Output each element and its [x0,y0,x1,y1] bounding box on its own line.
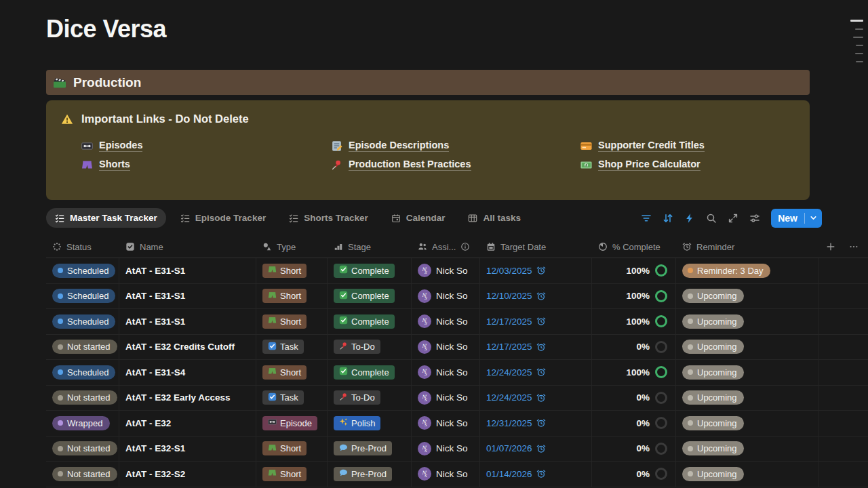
view-settings-button[interactable] [746,209,764,227]
chevron-down-icon[interactable] [805,214,822,222]
tab-calendar[interactable]: Calendar [382,208,454,228]
reminder-cell[interactable]: Upcoming [676,309,818,334]
column-header-status[interactable]: Status [46,236,119,258]
stage-cell[interactable]: Pre-Prod [328,462,412,487]
stage-cell[interactable]: Polish [328,411,412,436]
link-supporter-credit-titles[interactable]: Supporter Credit Titles [580,140,705,152]
link-shop-price-calculator[interactable]: Shop Price Calculator [580,159,701,171]
stage-cell[interactable]: To-Do [328,386,412,411]
name-cell[interactable]: AtAT - E32 Early Access [119,386,256,411]
target-date-cell[interactable]: 12/24/2025 [480,386,592,411]
assignee-cell[interactable]: NS Nick So [412,436,480,462]
type-cell[interactable]: Short [256,284,328,309]
target-date-cell[interactable]: 12/10/2025 [480,284,592,309]
column-header-stage[interactable]: Stage [328,236,412,258]
stage-cell[interactable]: To-Do [328,335,412,360]
link-episode-descriptions[interactable]: Episode Descriptions [331,140,449,152]
name-cell[interactable]: AtAT - E31-S1 [119,309,256,334]
date-link[interactable]: 12/17/2025 [486,342,532,352]
assignee-cell[interactable]: NS Nick So [412,309,480,334]
column-header-target-date[interactable]: Target Date [480,236,592,258]
date-link[interactable]: 01/14/2026 [486,469,532,479]
assignee-cell[interactable]: NS Nick So [412,284,480,309]
status-cell[interactable]: Not started [46,462,119,487]
column-header-percent-complete[interactable]: % Complete [592,236,676,258]
date-link[interactable]: 12/03/2025 [486,266,532,276]
name-cell[interactable]: AtAT - E31-S4 [119,360,256,385]
date-link[interactable]: 12/10/2025 [486,291,532,301]
column-header-reminder[interactable]: Reminder [676,236,818,258]
status-cell[interactable]: Not started [46,335,119,360]
assignee-cell[interactable]: NS Nick So [412,335,480,360]
column-header-name[interactable]: Name [119,236,256,258]
tab-master-task-tracker[interactable]: Master Task Tracker [46,208,166,228]
add-column-button[interactable] [825,241,837,253]
status-cell[interactable]: Not started [46,436,119,462]
name-cell[interactable]: AtAT - E31-S1 [119,258,256,283]
status-cell[interactable]: Scheduled [46,309,119,334]
filter-button[interactable] [637,209,655,227]
tab-episode-tracker[interactable]: Episode Tracker [172,208,275,228]
automation-button[interactable] [681,209,698,227]
type-cell[interactable]: Task [256,386,328,411]
percent-complete-cell[interactable]: 100% [592,360,676,385]
link-production-best-practices[interactable]: Production Best Practices [331,159,471,171]
expand-button[interactable] [724,209,742,227]
target-date-cell[interactable]: 12/24/2025 [480,360,592,385]
stage-cell[interactable]: Complete [328,284,412,309]
column-header-assignee[interactable]: Assi... [412,236,480,258]
reminder-cell[interactable]: Upcoming [676,411,818,436]
reminder-cell[interactable]: Upcoming [676,386,818,411]
percent-complete-cell[interactable]: 0% [592,411,676,436]
assignee-cell[interactable]: NS Nick So [412,386,480,411]
tab-shorts-tracker[interactable]: Shorts Tracker [280,208,377,228]
type-cell[interactable]: Task [256,335,328,360]
date-link[interactable]: 12/24/2025 [486,367,532,378]
page-outline-indicator[interactable] [850,20,863,62]
assignee-cell[interactable]: NS Nick So [412,258,480,283]
percent-complete-cell[interactable]: 100% [592,258,676,283]
link-shorts[interactable]: Shorts [81,159,130,171]
column-header-type[interactable]: Type [256,236,328,258]
reminder-cell[interactable]: Upcoming [676,462,818,487]
percent-complete-cell[interactable]: 100% [592,284,676,309]
search-button[interactable] [703,209,720,227]
status-cell[interactable]: Wrapped [46,411,119,436]
assignee-cell[interactable]: NS Nick So [412,411,480,436]
reminder-cell[interactable]: Upcoming [676,360,818,385]
target-date-cell[interactable]: 12/03/2025 [480,258,592,283]
type-cell[interactable]: Short [256,360,328,385]
assignee-cell[interactable]: NS Nick So [412,360,480,385]
status-cell[interactable]: Scheduled [46,284,119,309]
type-cell[interactable]: Episode [256,411,328,436]
status-cell[interactable]: Scheduled [46,258,119,283]
name-cell[interactable]: AtAT - E32-S2 [119,462,256,487]
assignee-cell[interactable]: NS Nick So [412,462,480,487]
target-date-cell[interactable]: 12/17/2025 [480,309,592,334]
name-cell[interactable]: AtAT - E32 [119,411,256,436]
name-cell[interactable]: AtAT - E32 Credits Cutoff [119,335,256,360]
stage-cell[interactable]: Complete [328,258,412,283]
name-cell[interactable]: AtAT - E32-S1 [119,436,256,462]
reminder-cell[interactable]: Upcoming [676,335,818,360]
target-date-cell[interactable]: 12/31/2025 [480,411,592,436]
date-link[interactable]: 12/17/2025 [486,317,532,327]
percent-complete-cell[interactable]: 0% [592,386,676,411]
target-date-cell[interactable]: 12/17/2025 [480,335,592,360]
type-cell[interactable]: Short [256,309,328,334]
status-cell[interactable]: Not started [46,386,119,411]
status-cell[interactable]: Scheduled [46,360,119,385]
type-cell[interactable]: Short [256,258,328,283]
stage-cell[interactable]: Pre-Prod [328,436,412,462]
type-cell[interactable]: Short [256,462,328,487]
target-date-cell[interactable]: 01/07/2026 [480,436,592,462]
new-button[interactable]: New [771,209,822,228]
link-episodes[interactable]: Episodes [81,140,142,152]
date-link[interactable]: 12/31/2025 [486,418,532,428]
percent-complete-cell[interactable]: 0% [592,436,676,462]
tab-all-tasks[interactable]: All tasks [459,208,530,228]
percent-complete-cell[interactable]: 0% [592,335,676,360]
target-date-cell[interactable]: 01/14/2026 [480,462,592,487]
production-section-header[interactable]: Production [46,70,810,95]
date-link[interactable]: 01/07/2026 [486,443,532,453]
